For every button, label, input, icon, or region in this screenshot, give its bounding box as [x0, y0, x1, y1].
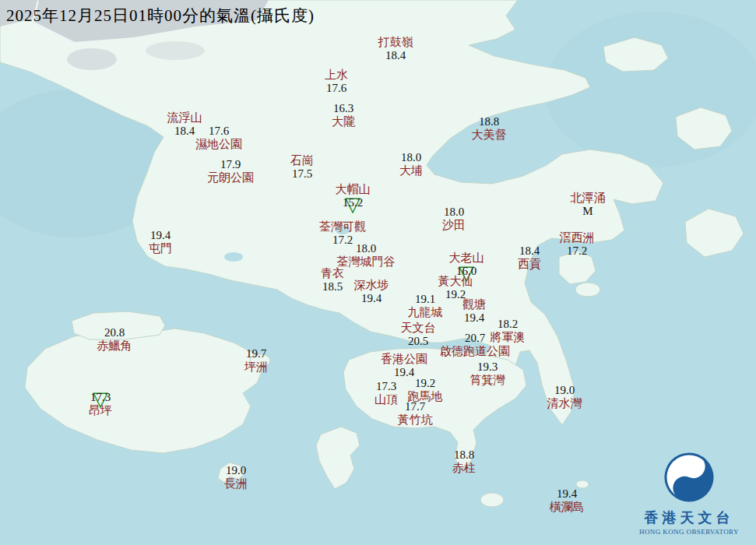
station-label: 大老山 ▽16.0: [449, 251, 484, 278]
station-label: 17.7黃竹坑: [398, 400, 433, 427]
station-name: 赤鱲角: [97, 339, 132, 353]
station-name: 長洲: [224, 477, 248, 490]
station-temp: 19.1: [408, 293, 443, 306]
station-label: 18.8赤柱: [452, 448, 476, 475]
station-temp: 17.3: [374, 380, 398, 393]
station-label: 18.4西貢: [518, 244, 541, 271]
station-temp: 19.0: [547, 384, 582, 397]
station-name: 北潭涌: [571, 192, 606, 205]
station-temp: 19.4: [462, 311, 486, 325]
station-label: 上水 17.6: [325, 69, 348, 95]
station-temp: 19.2: [408, 377, 443, 390]
station-label: 17.6濕地公園: [195, 125, 242, 151]
station-label: ▽17.3昂坪: [89, 391, 112, 417]
station-name: 深水埗: [354, 279, 389, 292]
station-label: 18.8大美督: [472, 115, 507, 142]
station-label: 北潭涌 M: [571, 192, 606, 218]
station-label: 打鼓嶺 18.4: [378, 36, 413, 62]
station-label: 香港公園 19.4: [381, 353, 427, 379]
station-name: 啟德跑道公園: [440, 345, 510, 358]
station-name: 橫瀾島: [550, 501, 585, 514]
station-temp: 18.4: [378, 49, 413, 62]
station-name: 大埔: [399, 164, 423, 178]
station-name: 流浮山: [167, 111, 202, 125]
station-temp: 18.8: [472, 115, 507, 128]
station-name: 清水灣: [547, 397, 582, 410]
station-label: 20.8赤鱲角: [97, 326, 132, 353]
station-temp: 20.5: [401, 335, 436, 348]
station-name: 天文台: [401, 322, 436, 335]
station-label: 18.0沙田: [442, 206, 466, 232]
hko-logo-icon: [658, 451, 720, 504]
station-name: 青衣: [321, 267, 344, 280]
station-temp: 19.0: [224, 464, 248, 477]
station-label: 19.0清水灣: [547, 384, 582, 410]
station-label: 19.7坪洲: [244, 347, 268, 374]
station-label: 16.3大隴: [332, 102, 355, 128]
station-label: 17.9元朗公園: [207, 158, 254, 185]
station-label: 黃大仙 19.2: [438, 275, 473, 301]
station-label: 19.4橫瀾島: [550, 487, 585, 514]
station-name: 赤柱: [452, 462, 476, 475]
station-temp: M: [571, 205, 606, 218]
station-name: 香港公園: [381, 353, 427, 366]
station-temp: 18.0: [442, 206, 466, 219]
station-temp: 18.8: [452, 448, 476, 462]
station-temp: 17.7: [398, 400, 433, 413]
station-temp: 17.6: [325, 82, 348, 95]
station-temp: 19.4: [149, 229, 172, 242]
station-name: 荃灣可觀: [319, 220, 366, 234]
station-label: 青衣 18.5: [321, 267, 344, 294]
hko-name-chinese: 香港天文台: [635, 508, 744, 527]
station-name: 打鼓嶺: [378, 36, 413, 49]
station-name: 觀塘: [462, 298, 486, 311]
station-temp: 16.3: [332, 102, 355, 115]
station-label: 18.0荃灣城門谷: [337, 242, 396, 269]
station-name: 坪洲: [244, 360, 268, 374]
page-title: 2025年12月25日01時00分的氣溫(攝氏度): [6, 5, 315, 26]
station-label: 19.4屯門: [149, 229, 172, 255]
station-label: 深水埗 19.4: [354, 279, 389, 305]
station-temp: 17.6: [195, 125, 242, 138]
station-name: 筲箕灣: [470, 374, 505, 387]
station-temp: 18.0: [337, 242, 396, 255]
station-name: 上水: [325, 69, 348, 82]
station-label: 19.2跑馬地: [408, 377, 443, 403]
station-name: 西貢: [518, 258, 541, 271]
station-name: 元朗公園: [207, 171, 254, 185]
station-label: 17.3山頂: [374, 380, 398, 406]
station-name: 石崗: [290, 154, 314, 167]
station-name: 山頂: [374, 393, 398, 406]
station-label: 18.0大埔: [399, 151, 423, 178]
station-name: 九龍城: [408, 306, 443, 319]
station-name: 大隴: [332, 115, 355, 128]
hko-logo: 香港天文台 HONG KONG OBSERVATORY: [635, 451, 744, 536]
station-name: 濕地公園: [195, 138, 242, 151]
station-label: 19.3筲箕灣: [470, 360, 505, 387]
station-label: 大帽山 ▽15.2: [336, 183, 371, 209]
station-temp: 20.7: [440, 332, 510, 345]
station-label: 滘西洲 17.2: [560, 231, 595, 258]
station-name: 沙田: [442, 219, 466, 232]
station-temp: 18.2: [491, 318, 526, 331]
station-name: 屯門: [149, 242, 172, 255]
station-temp: 18.0: [399, 151, 423, 164]
station-temp: ▽17.3: [89, 391, 112, 404]
station-name: 滘西洲: [560, 231, 595, 244]
station-temp: 20.8: [97, 326, 132, 339]
station-label: 天文台 20.5: [401, 322, 436, 348]
station-temp: 19.4: [354, 292, 389, 305]
station-temp: ▽15.2: [336, 196, 371, 209]
temperature-map: 2025年12月25日01時00分的氣溫(攝氏度) 打鼓嶺 18.4 上水 17…: [0, 0, 756, 545]
station-name: 黃竹坑: [398, 413, 433, 427]
station-temp: 19.3: [470, 360, 505, 374]
station-temp: 19.7: [244, 347, 268, 360]
station-name: 荃灣城門谷: [337, 255, 396, 269]
station-label: 19.1九龍城: [408, 293, 443, 319]
station-temp: 19.4: [550, 487, 585, 501]
station-label: 石崗 17.5: [290, 154, 314, 181]
station-temp: 18.5: [321, 280, 344, 294]
station-temp: 17.5: [290, 167, 314, 181]
station-label: 觀塘 19.4: [462, 298, 486, 325]
station-label: 20.7啟德跑道公園: [440, 332, 510, 358]
